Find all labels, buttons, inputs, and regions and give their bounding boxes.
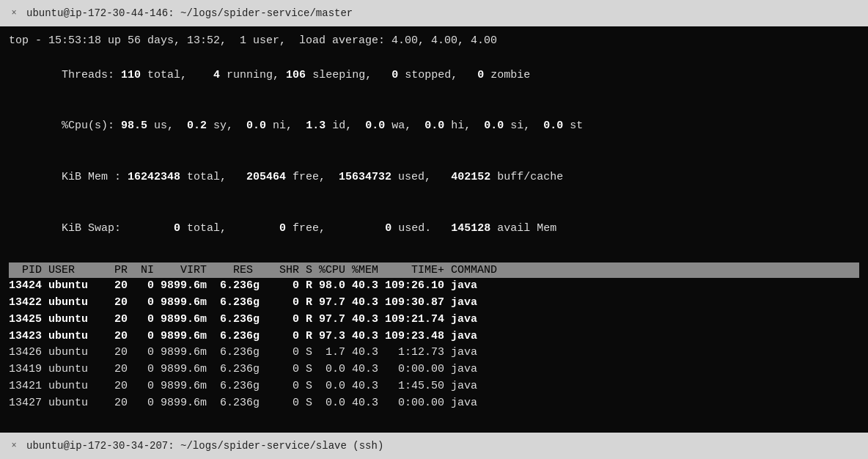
table-row: 13425 ubuntu 20 0 9899.6m 6.236g 0 R 97.… xyxy=(9,312,859,328)
swap-avail: 145128 xyxy=(451,222,490,235)
threads-zombie: 0 xyxy=(477,69,484,81)
table-header: PID USER PR NI VIRT RES SHR S %CPU %MEM … xyxy=(9,262,859,278)
bottom-bar-text: ubuntu@ip-172-30-34-207: ~/logs/spider-s… xyxy=(26,440,383,452)
cpu-hi: 0.0 xyxy=(424,120,444,132)
terminal-window: × ubuntu@ip-172-30-44-146: ~/logs/spider… xyxy=(0,0,868,459)
mem-used: 15634732 xyxy=(339,171,391,183)
mem-buff: 402152 xyxy=(451,171,490,183)
threads-sleeping: 106 xyxy=(286,69,306,81)
cpu-sy: 0.2 xyxy=(187,120,207,132)
mem-free: 205464 xyxy=(246,171,286,183)
stat-line-4: KiB Mem : 16242348 total, 205464 free, 1… xyxy=(9,152,859,203)
threads-stopped: 0 xyxy=(391,69,398,81)
cpu-us: 98.5 xyxy=(121,120,147,132)
terminal-content: top - 15:53:18 up 56 days, 13:52, 1 user… xyxy=(0,26,868,433)
table-row: 13422 ubuntu 20 0 9899.6m 6.236g 0 R 97.… xyxy=(9,295,859,312)
stat-line-3: %Cpu(s): 98.5 us, 0.2 sy, 0.0 ni, 1.3 id… xyxy=(9,100,859,152)
title-bar-text: ubuntu@ip-172-30-44-146: ~/logs/spider-s… xyxy=(26,7,353,19)
title-bar: × ubuntu@ip-172-30-44-146: ~/logs/spider… xyxy=(0,0,868,26)
table-row: 13419 ubuntu 20 0 9899.6m 6.236g 0 S 0.0… xyxy=(9,361,859,378)
mem-total: 16242348 xyxy=(128,171,180,183)
process-rows: 13424 ubuntu 20 0 9899.6m 6.236g 0 R 98.… xyxy=(9,278,859,411)
swap-free: 0 xyxy=(279,222,286,235)
bottom-close-icon[interactable]: × xyxy=(9,441,19,451)
table-row: 13424 ubuntu 20 0 9899.6m 6.236g 0 R 98.… xyxy=(9,278,859,295)
cpu-label: %Cpu(s): xyxy=(62,120,121,132)
table-row: 13427 ubuntu 20 0 9899.6m 6.236g 0 S 0.0… xyxy=(9,395,859,412)
process-table: PID USER PR NI VIRT RES SHR S %CPU %MEM … xyxy=(9,262,859,411)
swap-used: 0 xyxy=(385,222,391,235)
stat-line-1: top - 15:53:18 up 56 days, 13:52, 1 user… xyxy=(9,32,859,49)
table-row: 13426 ubuntu 20 0 9899.6m 6.236g 0 S 1.7… xyxy=(9,345,859,361)
threads-total: 110 xyxy=(121,69,141,81)
cpu-id: 1.3 xyxy=(306,120,326,132)
table-row: 13421 ubuntu 20 0 9899.6m 6.236g 0 S 0.0… xyxy=(9,378,859,395)
swap-label: KiB Swap: xyxy=(62,222,174,235)
threads-label: Threads: xyxy=(62,69,121,81)
cpu-ni: 0.0 xyxy=(246,120,266,132)
close-icon[interactable]: × xyxy=(9,8,19,18)
cpu-si: 0.0 xyxy=(484,120,504,132)
stat-line-2: Threads: 110 total, 4 running, 106 sleep… xyxy=(9,49,859,100)
threads-mid: total, xyxy=(141,69,213,81)
mem-label: KiB Mem : xyxy=(62,171,128,183)
threads-running: 4 xyxy=(213,69,220,81)
cpu-st: 0.0 xyxy=(543,120,563,132)
top-stats: top - 15:53:18 up 56 days, 13:52, 1 user… xyxy=(9,32,859,254)
bottom-bar: × ubuntu@ip-172-30-34-207: ~/logs/spider… xyxy=(0,433,868,459)
swap-total: 0 xyxy=(174,222,180,235)
cpu-wa: 0.0 xyxy=(365,120,385,132)
stat-line-5: KiB Swap: 0 total, 0 free, 0 used. 14512… xyxy=(9,203,859,254)
table-row: 13423 ubuntu 20 0 9899.6m 6.236g 0 R 97.… xyxy=(9,328,859,345)
